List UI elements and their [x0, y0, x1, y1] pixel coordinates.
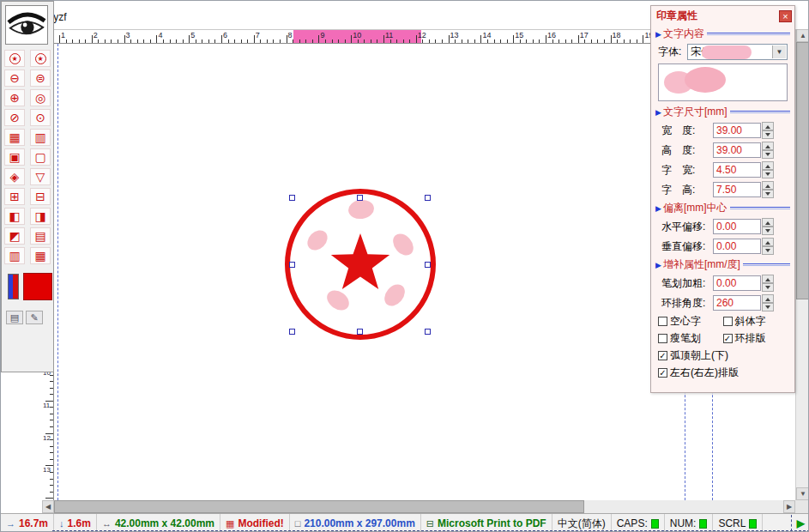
- spin-down-icon[interactable]: [762, 130, 774, 139]
- spin-up-icon[interactable]: [762, 161, 774, 170]
- width-spinner[interactable]: [762, 122, 774, 139]
- square-seal-icon[interactable]: ▢: [30, 148, 51, 166]
- spin-up-icon[interactable]: [762, 142, 774, 150]
- scroll-track[interactable]: [796, 299, 809, 487]
- char-height-spinner[interactable]: [762, 181, 774, 198]
- spin-up-icon[interactable]: [762, 181, 774, 190]
- char-height-input[interactable]: 7.50: [713, 182, 761, 197]
- vertical-scrollbar[interactable]: ▲ ▼: [795, 29, 809, 500]
- spin-up-icon[interactable]: [762, 122, 774, 130]
- spin-down-icon[interactable]: [762, 246, 774, 255]
- checkbox-thin-stroke[interactable]: 瘦笔划: [658, 331, 723, 346]
- double-circle-seal-icon[interactable]: ◎: [30, 89, 51, 106]
- h-offset-spinner[interactable]: [762, 218, 774, 235]
- checkbox-box[interactable]: [658, 368, 667, 378]
- selection-handle[interactable]: [425, 329, 431, 335]
- squared-plus-seal-icon[interactable]: ⊞: [4, 188, 25, 205]
- selection-handle[interactable]: [357, 195, 363, 201]
- scroll-left-icon[interactable]: ◀: [42, 500, 54, 513]
- ruler-minor-tick: [98, 39, 99, 43]
- section-header: 文字内容: [663, 27, 704, 41]
- squared-minus-seal-icon[interactable]: ⊟: [30, 188, 51, 205]
- scroll-track[interactable]: [584, 500, 783, 513]
- stroke-color-swatch[interactable]: [8, 274, 19, 299]
- lined-square-seal-icon[interactable]: ▤: [30, 227, 51, 245]
- vlined-square-seal-icon[interactable]: ▥: [4, 247, 25, 264]
- scroll-down-icon[interactable]: ▼: [796, 487, 809, 500]
- checkbox-italic-text[interactable]: 斜体字: [723, 314, 788, 329]
- triangle-seal-icon[interactable]: ▽: [30, 168, 51, 185]
- checkbox-arc-top[interactable]: 弧顶朝上(下): [658, 348, 728, 363]
- checkbox-box[interactable]: [723, 334, 733, 343]
- circle-star-seal-icon[interactable]: ★: [4, 50, 25, 67]
- selection-handle[interactable]: [289, 195, 295, 201]
- spin-up-icon[interactable]: [762, 218, 774, 227]
- chevron-down-icon[interactable]: ▼: [772, 45, 786, 58]
- filled-square-seal-icon[interactable]: ▣: [4, 148, 25, 166]
- ring-angle-input[interactable]: 260: [713, 295, 761, 311]
- checkbox-hollow-text[interactable]: 空心字: [658, 314, 723, 329]
- oval-seal-icon[interactable]: ⊘: [4, 109, 25, 126]
- app-logo-eye: [5, 5, 48, 45]
- checkbox-box[interactable]: [723, 317, 733, 326]
- selection-handle[interactable]: [289, 262, 295, 268]
- horizontal-scrollbar-thumb[interactable]: [54, 500, 584, 513]
- scroll-right-icon[interactable]: ▶: [783, 500, 795, 513]
- spin-down-icon[interactable]: [762, 283, 774, 292]
- circle-plus-seal-icon[interactable]: ⊕: [4, 89, 25, 106]
- half-left-square-seal-icon[interactable]: ◧: [4, 208, 25, 225]
- keyboard-tool-icon[interactable]: ▤: [6, 311, 23, 324]
- width-input[interactable]: 39.00: [713, 123, 761, 138]
- status-next-arrow[interactable]: ▶: [792, 517, 809, 529]
- height-spinner[interactable]: [762, 142, 774, 159]
- selection-handle[interactable]: [357, 329, 363, 335]
- height-input[interactable]: 39.00: [713, 142, 761, 158]
- stroke-bold-input[interactable]: 0.00: [713, 275, 761, 291]
- stroke-bold-spinner[interactable]: [762, 275, 774, 292]
- spin-down-icon[interactable]: [762, 303, 774, 311]
- corner-square-seal-icon[interactable]: ◩: [4, 227, 25, 245]
- checkbox-left-right[interactable]: 左右(右左)排版: [658, 366, 739, 380]
- ring-angle-spinner[interactable]: [762, 294, 774, 311]
- spin-down-icon[interactable]: [762, 190, 774, 198]
- stamp-text-area[interactable]: [658, 63, 788, 101]
- selection-handle[interactable]: [425, 262, 431, 268]
- selection-handle[interactable]: [289, 329, 295, 335]
- checkbox-label: 瘦笔划: [670, 331, 701, 346]
- v-offset-input[interactable]: 0.00: [713, 239, 761, 254]
- striped-seal-icon[interactable]: ▥: [30, 129, 51, 146]
- spin-up-icon[interactable]: [762, 238, 774, 246]
- close-icon[interactable]: ×: [779, 10, 792, 22]
- stamp-object[interactable]: [275, 181, 447, 353]
- char-width-input[interactable]: 4.50: [713, 162, 761, 178]
- h-offset-input[interactable]: 0.00: [713, 219, 761, 234]
- ellipse-seal-icon[interactable]: ⊖: [4, 70, 25, 87]
- spin-up-icon[interactable]: [762, 275, 774, 283]
- spin-down-icon[interactable]: [762, 227, 774, 235]
- half-right-square-seal-icon[interactable]: ◨: [30, 208, 51, 225]
- checkbox-box[interactable]: [658, 351, 667, 360]
- stamp-hand-tool-icon[interactable]: ✎: [26, 311, 43, 324]
- char-width-spinner[interactable]: [762, 161, 774, 178]
- circle-star-seal-b-icon[interactable]: ★: [30, 50, 51, 67]
- font-dropdown[interactable]: 宋体 ▼: [687, 44, 788, 60]
- checkbox-box[interactable]: [658, 317, 667, 326]
- dot-circle-seal-icon[interactable]: ⊙: [30, 109, 51, 126]
- selection-handle[interactable]: [425, 195, 431, 201]
- checkbox-box[interactable]: [658, 334, 667, 343]
- ellipse-seal-b-icon[interactable]: ⊜: [30, 70, 51, 87]
- grid-seal-icon[interactable]: ▦: [4, 129, 25, 146]
- vertical-scrollbar-thumb[interactable]: [796, 42, 809, 299]
- scroll-up-icon[interactable]: ▲: [796, 29, 809, 42]
- spin-down-icon[interactable]: [762, 150, 774, 159]
- checkbox-ring-layout[interactable]: 环排版: [723, 331, 788, 346]
- horizontal-scrollbar[interactable]: ◀ ▶: [42, 500, 795, 513]
- num-label: NUM:: [670, 517, 697, 529]
- v-offset-spinner[interactable]: [762, 238, 774, 255]
- fill-color-swatch[interactable]: [23, 273, 52, 300]
- dense-grid-seal-icon[interactable]: ▦: [30, 247, 51, 264]
- spin-down-icon[interactable]: [762, 170, 774, 178]
- spin-up-icon[interactable]: [762, 294, 774, 303]
- diamond-seal-icon[interactable]: ◈: [4, 168, 25, 185]
- ruler-minor-tick: [50, 439, 53, 440]
